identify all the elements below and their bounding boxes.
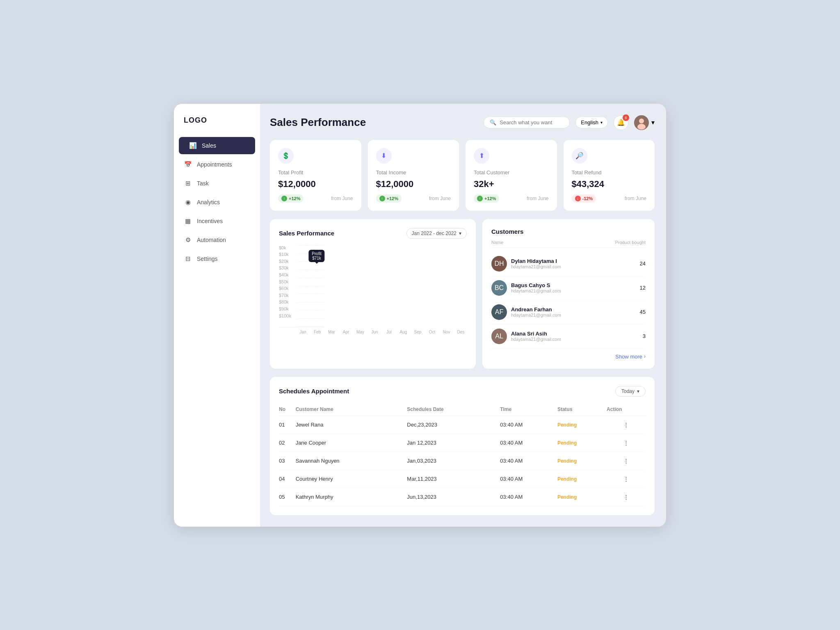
stat-label: Total Refund <box>572 169 647 176</box>
stat-from: from June <box>625 196 646 201</box>
row-name: Courtney Henry <box>296 470 407 488</box>
status-badge: Pending <box>557 422 577 428</box>
action-menu-button[interactable]: ⋮ <box>607 415 646 434</box>
sidebar-item-label: Settings <box>197 256 218 262</box>
page-title: Sales Performance <box>270 116 366 129</box>
sidebar-item-automation[interactable]: ⚙ Automation <box>174 231 260 249</box>
status-badge: Pending <box>557 458 577 464</box>
sidebar-item-sales[interactable]: 📊 Sales <box>179 137 255 154</box>
sidebar-item-incentives[interactable]: ▦ Incentives <box>174 212 260 230</box>
action-menu-button[interactable]: ⋮ <box>607 434 646 452</box>
show-more-button[interactable]: Show more <box>615 354 642 360</box>
customer-bought: 45 <box>640 309 646 315</box>
customer-row: AL Alana Sri Asih hdaytama21@gmail.com 3 <box>491 324 646 349</box>
customer-row: DH Dylan Hidaytama I hdaytama21@gmail.co… <box>491 252 646 276</box>
appointments-card: Schedules Appointment Today ▾ NoCustomer… <box>270 377 655 515</box>
action-menu-button[interactable]: ⋮ <box>607 452 646 470</box>
row-no: 01 <box>279 415 296 434</box>
customer-name: Andrean Farhan <box>511 306 561 313</box>
table-row: 01 Jewel Rana Dec,23,2023 03:40 AM Pendi… <box>279 415 646 434</box>
col-no: No <box>279 403 296 416</box>
row-date: Dec,23,2023 <box>407 415 500 434</box>
settings-icon: ⊟ <box>184 255 192 263</box>
user-avatar-button[interactable]: ▾ <box>634 115 655 130</box>
sidebar-item-settings[interactable]: ⊟ Settings <box>174 250 260 267</box>
chart-x-label: Oct <box>426 330 438 334</box>
today-label: Today <box>621 388 635 394</box>
stat-icon: ⬇ <box>376 148 392 164</box>
header: Sales Performance 🔍 English ▾ 🔔 6 <box>270 115 655 130</box>
stat-value: 32k+ <box>474 179 549 189</box>
language-label: English <box>581 119 598 126</box>
row-date: Mar,11,2023 <box>407 470 500 488</box>
stat-footer: ↑ +12% from June <box>376 194 451 203</box>
sidebar-item-label: Automation <box>197 237 226 243</box>
col-name-label: Name <box>491 240 503 245</box>
sidebar-nav: 📊 Sales 📅 Appointments ⊞ Task ◉ Analytic… <box>174 137 260 267</box>
action-menu-button[interactable]: ⋮ <box>607 470 646 488</box>
customer-bought: 3 <box>643 333 646 339</box>
avatar-initials: DH <box>491 256 507 272</box>
main-content: Sales Performance 🔍 English ▾ 🔔 6 <box>260 104 666 527</box>
language-selector[interactable]: English ▾ <box>575 116 608 128</box>
customer-row: AF Andrean Farhan hdaytama21@gmail.com 4… <box>491 300 646 324</box>
analytics-icon: ◉ <box>184 198 192 206</box>
search-box[interactable]: 🔍 <box>484 116 570 128</box>
customer-avatar: BC <box>491 280 507 296</box>
customer-avatar: AF <box>491 304 507 320</box>
date-range-label: Jan 2022 - dec 2022 <box>412 231 457 236</box>
stat-from: from June <box>527 196 548 201</box>
chevron-down-icon: ▾ <box>459 231 461 236</box>
stat-card-total-profit: 💲 Total Profit $12,0000 ↑ +12% from June <box>270 140 361 211</box>
row-name: Kathryn Murphy <box>296 488 407 506</box>
date-range-selector[interactable]: Jan 2022 - dec 2022 ▾ <box>406 228 467 239</box>
search-input[interactable] <box>500 119 564 126</box>
chart-x-label: Jul <box>383 330 395 334</box>
stat-icon: 🔎 <box>572 148 587 164</box>
stat-cards: 💲 Total Profit $12,0000 ↑ +12% from June… <box>270 140 655 211</box>
customers-list: DH Dylan Hidaytama I hdaytama21@gmail.co… <box>491 252 646 349</box>
grid-line <box>297 302 324 302</box>
bar-chart-container: Profit$71k <box>279 245 324 327</box>
notifications-button[interactable]: 🔔 6 <box>614 115 628 130</box>
row-time: 03:40 AM <box>500 434 557 452</box>
automation-icon: ⚙ <box>184 236 192 244</box>
avatar <box>634 115 649 130</box>
customer-email: hdaytama21@gmail.com <box>511 288 561 293</box>
chart-header: Sales Performance Jan 2022 - dec 2022 ▾ <box>279 228 467 239</box>
stat-card-total-income: ⬇ Total Income $12,0000 ↑ +12% from June <box>368 140 459 211</box>
col-customer-name: Customer Name <box>296 403 407 416</box>
customer-email: hdaytama21@gmail.com <box>511 264 561 269</box>
chevron-down-icon: ▾ <box>651 119 655 126</box>
row-name: Savannah Nguyen <box>296 452 407 470</box>
action-menu-button[interactable]: ⋮ <box>607 488 646 506</box>
row-no: 03 <box>279 452 296 470</box>
sidebar-item-task[interactable]: ⊞ Task <box>174 175 260 192</box>
grid-line <box>297 294 324 294</box>
sidebar-item-label: Task <box>197 180 209 187</box>
customer-details: Dylan Hidaytama I hdaytama21@gmail.com <box>511 258 561 269</box>
table-row: 05 Kathryn Murphy Jun,13,2023 03:40 AM P… <box>279 488 646 506</box>
today-filter[interactable]: Today ▾ <box>615 386 646 397</box>
chevron-down-icon: ▾ <box>600 120 603 125</box>
sidebar-item-label: Sales <box>202 142 216 149</box>
customer-avatar: AL <box>491 329 507 344</box>
row-date: Jun,13,2023 <box>407 488 500 506</box>
appointments-header: Schedules Appointment Today ▾ <box>279 386 646 397</box>
sidebar: LOGO 📊 Sales 📅 Appointments ⊞ Task ◉ Ana… <box>174 104 260 527</box>
row-time: 03:40 AM <box>500 452 557 470</box>
stat-from: from June <box>331 196 353 201</box>
notifications-badge: 6 <box>623 114 629 121</box>
row-name: Jane Cooper <box>296 434 407 452</box>
sidebar-item-appointments[interactable]: 📅 Appointments <box>174 156 260 173</box>
customers-card: Customers Name Product bought DH Dylan H… <box>482 219 655 369</box>
sidebar-item-analytics[interactable]: ◉ Analytics <box>174 194 260 211</box>
sales-chart-card: Sales Performance Jan 2022 - dec 2022 ▾ … <box>270 219 476 369</box>
sidebar-item-label: Incentives <box>197 218 223 224</box>
avatar-initials: AF <box>491 304 507 320</box>
customer-email: hdaytama21@gmail.com <box>511 337 561 342</box>
customer-name: Dylan Hidaytama I <box>511 258 561 264</box>
stat-value: $12,0000 <box>376 179 451 189</box>
customer-info: AF Andrean Farhan hdaytama21@gmail.com <box>491 304 561 320</box>
chart-x-labels: JanFebMarAprMayJunJulAugSepOctNovDes <box>279 330 467 334</box>
